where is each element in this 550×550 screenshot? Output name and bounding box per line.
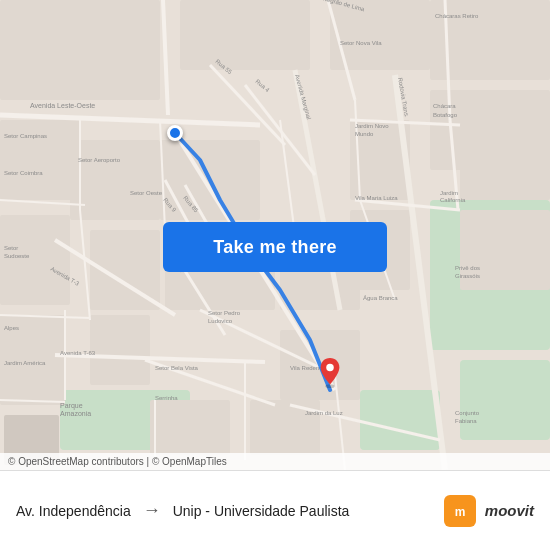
- svg-rect-3: [460, 360, 550, 440]
- svg-point-104: [326, 364, 334, 372]
- svg-rect-6: [180, 0, 310, 70]
- svg-text:Conjunto: Conjunto: [455, 410, 480, 416]
- origin-label: Av. Independência: [16, 503, 131, 519]
- attribution-bar: © OpenStreetMap contributors | © OpenMap…: [0, 453, 550, 470]
- moovit-wordmark: moovit: [485, 502, 534, 519]
- svg-text:Alpes: Alpes: [4, 325, 19, 331]
- svg-rect-13: [90, 315, 150, 385]
- svg-text:Setor Bela Vista: Setor Bela Vista: [155, 365, 199, 371]
- destination-marker: [318, 358, 342, 392]
- svg-text:Serrinha: Serrinha: [155, 395, 178, 401]
- svg-text:Setor Oeste: Setor Oeste: [130, 190, 163, 196]
- destination-label: Unip - Universidade Paulista: [173, 503, 444, 519]
- svg-text:Vila Maria Luiza: Vila Maria Luiza: [355, 195, 398, 201]
- svg-text:Jardim da Luz: Jardim da Luz: [305, 410, 343, 416]
- svg-text:Jardim: Jardim: [440, 190, 458, 196]
- origin-marker: [167, 125, 183, 141]
- svg-text:Parque: Parque: [60, 402, 83, 410]
- svg-rect-4: [360, 390, 440, 450]
- svg-text:Girassóis: Girassóis: [455, 273, 480, 279]
- svg-point-103: [325, 384, 334, 388]
- svg-text:Setor Nova Vila: Setor Nova Vila: [340, 40, 382, 46]
- arrow-icon: →: [143, 500, 161, 521]
- svg-rect-5: [0, 0, 160, 100]
- button-container: Take me there: [163, 222, 387, 272]
- svg-text:Setor Coimbra: Setor Coimbra: [4, 170, 43, 176]
- svg-text:Setor Pedro: Setor Pedro: [208, 310, 241, 316]
- svg-text:Fabiana: Fabiana: [455, 418, 477, 424]
- svg-text:Jardim Novo: Jardim Novo: [355, 123, 389, 129]
- svg-text:Chácaras Retiro: Chácaras Retiro: [435, 13, 479, 19]
- svg-text:Água Branca: Água Branca: [363, 295, 398, 301]
- svg-text:Botafogo: Botafogo: [433, 112, 458, 118]
- svg-text:m: m: [454, 505, 465, 519]
- svg-rect-11: [70, 140, 160, 220]
- svg-text:Jardim América: Jardim América: [4, 360, 46, 366]
- attribution-text: © OpenStreetMap contributors | © OpenMap…: [8, 456, 227, 467]
- bottom-bar: Av. Independência → Unip - Universidade …: [0, 470, 550, 550]
- svg-rect-8: [0, 120, 80, 200]
- moovit-icon: m: [444, 495, 476, 527]
- svg-text:Setor Campinas: Setor Campinas: [4, 133, 47, 139]
- svg-text:Amazonia: Amazonia: [60, 410, 91, 417]
- svg-text:Avenida T-63: Avenida T-63: [60, 350, 96, 356]
- svg-text:Setor Aeroporto: Setor Aeroporto: [78, 157, 121, 163]
- svg-rect-22: [150, 400, 230, 455]
- svg-text:California: California: [440, 197, 466, 203]
- svg-text:Privê dos: Privê dos: [455, 265, 480, 271]
- take-me-there-button[interactable]: Take me there: [163, 222, 387, 272]
- svg-text:Setor: Setor: [4, 245, 18, 251]
- svg-text:Sudoeste: Sudoeste: [4, 253, 30, 259]
- svg-text:Chácara: Chácara: [433, 103, 456, 109]
- svg-rect-9: [0, 215, 70, 305]
- svg-text:Avenida Leste-Oeste: Avenida Leste-Oeste: [30, 102, 95, 109]
- moovit-logo: m moovit: [444, 495, 534, 527]
- svg-text:Mundo: Mundo: [355, 131, 374, 137]
- svg-text:Ludovico: Ludovico: [208, 318, 233, 324]
